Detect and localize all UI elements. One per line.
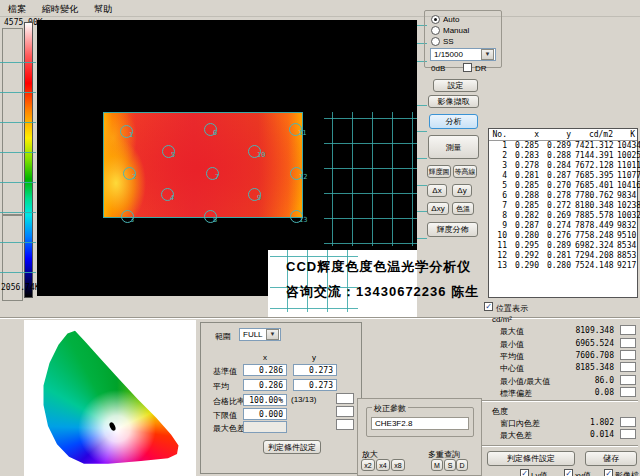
table-cell: 9 (489, 221, 509, 231)
menu-item-3[interactable]: 幫助 (86, 0, 120, 19)
multi-button-D[interactable]: D (456, 459, 468, 471)
zoom-x-button-x2[interactable]: x2 (361, 459, 375, 471)
settings-button[interactable]: 設定 (433, 79, 478, 92)
table-row[interactable]: 10.2850.2897421.31210434 (489, 141, 637, 152)
cie-horseshoe[interactable] (36, 328, 186, 468)
table-cell: 9217 (615, 261, 637, 271)
ref-x-field[interactable]: 0.286 (243, 364, 287, 376)
max-colordiff-field[interactable] (243, 421, 287, 433)
table-row[interactable]: 90.2870.2747878.4499832 (489, 221, 637, 231)
ref-label: 基準值 (213, 366, 237, 377)
watermark-line2: 咨询交流：13430672236 陈生 (286, 283, 479, 301)
col-y-header: y (312, 353, 316, 362)
unit-label: cd/m² (492, 315, 512, 324)
table-row[interactable]: 60.2880.2787780.7629834 (489, 191, 637, 201)
zoom-x-button-x8[interactable]: x8 (391, 459, 405, 471)
delta-x-button[interactable]: Δx (427, 184, 447, 197)
status-box-1 (336, 393, 354, 404)
range-select[interactable]: FULL ▼ (239, 328, 281, 341)
table-cell: 0.269 (541, 211, 573, 221)
dropdown-arrow-icon[interactable]: ▼ (266, 329, 279, 340)
luminance-dist-button[interactable]: 輝度分佈 (427, 222, 478, 237)
contour-button[interactable]: 等高線 (453, 165, 477, 178)
luminance-heatmap[interactable]: 12345678910111213 (103, 112, 303, 218)
table-cell: 11 (489, 241, 509, 251)
table-row[interactable]: 130.2900.2807524.1489217 (489, 261, 637, 271)
table-row[interactable]: 100.2800.2767758.2489510 (489, 231, 637, 241)
radio-manual[interactable] (431, 26, 440, 35)
radio-ss-label: SS (443, 37, 454, 46)
table-cell: 7672.128 (573, 161, 615, 171)
table-row[interactable]: 50.2850.2707685.40110416 (489, 181, 637, 191)
table-cell: 0.288 (541, 151, 573, 161)
save-button[interactable]: 儲存 (585, 451, 637, 466)
multi-button-S[interactable]: S (444, 459, 456, 471)
dropdown-arrow-icon[interactable]: ▼ (481, 49, 494, 60)
calibration-panel: 校正參數 CHE3F2.8 放大 x2x4x8 多重查詢 MSD (357, 398, 482, 476)
table-header-cell: y (541, 129, 573, 141)
radio-auto[interactable] (431, 15, 440, 24)
stat-value: 0.08 (540, 388, 614, 397)
table-cell: 7878.449 (573, 221, 615, 231)
avg-y-field[interactable]: 0.273 (293, 379, 337, 391)
table-cell: 6982.324 (573, 241, 615, 251)
table-cell: 0.289 (541, 141, 573, 152)
table-cell: 11011 (615, 161, 637, 171)
scale-box-upper (2, 28, 23, 215)
judge-condition-button-2[interactable]: 判定條件設定 (487, 451, 575, 466)
measure-point-3: 3 (121, 210, 134, 223)
table-cell: 7685.401 (573, 181, 615, 191)
menu-item-2[interactable]: 縮時變化 (34, 0, 86, 19)
save-option-checkbox-2[interactable]: ✓ (564, 469, 573, 476)
zoom-x-button-x4[interactable]: x4 (376, 459, 390, 471)
stat-label: 平均值 (500, 351, 524, 362)
grid-line (417, 158, 427, 159)
stat-value: 6965.524 (540, 339, 614, 348)
multi-button-M[interactable]: M (431, 459, 443, 471)
measure-point-9: 9 (248, 188, 261, 201)
dr-checkbox[interactable] (463, 63, 472, 72)
table-row[interactable]: 30.2780.2847672.12811011 (489, 161, 637, 171)
grid-line (417, 131, 427, 132)
capture-button[interactable]: 影像擷取 (428, 95, 479, 108)
pass-count-label: (13/13) (291, 395, 316, 404)
table-cell: 7758.248 (573, 231, 615, 241)
table-cell: 0.292 (509, 251, 541, 261)
position-display-checkbox[interactable]: ✓ (484, 302, 493, 311)
measure-point-13: 13 (290, 210, 303, 223)
save-option-checkbox-1[interactable]: ✓ (520, 469, 529, 476)
table-row[interactable]: 70.2850.2728180.34810238 (489, 201, 637, 211)
table-cell: 9510 (615, 231, 637, 241)
table-cell: 7 (489, 201, 509, 211)
radio-ss[interactable] (431, 37, 440, 46)
table-row[interactable]: 110.2950.2896982.3248534 (489, 241, 637, 251)
calibration-value-field[interactable]: CHE3F2.8 (371, 417, 469, 430)
save-option-label: xy值 (575, 470, 591, 476)
save-option-checkbox-3[interactable]: ✓ (604, 469, 613, 476)
pass-rate-label: 合格比率 (213, 396, 245, 407)
col-x-header: x (263, 353, 267, 362)
analyze-button[interactable]: 分析 (429, 114, 478, 129)
delta-xy-button[interactable]: Δxy (427, 202, 449, 215)
shutter-select[interactable]: 1/15000 ▼ (430, 48, 496, 61)
table-row[interactable]: 40.2810.2877685.39511077 (489, 171, 637, 181)
save-option-label: Lv值 (531, 470, 547, 476)
table-row[interactable]: 20.2830.2887144.39110025 (489, 151, 637, 161)
delta-y-button[interactable]: Δy (452, 184, 472, 197)
lower-limit-label: 下限值 (213, 410, 237, 421)
table-row[interactable]: 120.2920.2817294.2088853 (489, 251, 637, 261)
table-row[interactable]: 80.2820.2697885.57810032 (489, 211, 637, 221)
measure-button[interactable]: 測量 (428, 135, 479, 159)
ref-y-field[interactable]: 0.273 (293, 364, 337, 376)
measure-table[interactable]: No.xycd/m2K 10.2850.2897421.3121043420.2… (489, 129, 637, 271)
table-cell: 8180.348 (573, 201, 615, 211)
judge-condition-button[interactable]: 判定條件設定 (263, 440, 321, 454)
table-cell: 0.280 (541, 261, 573, 271)
menu-item-1[interactable]: 檔案 (0, 0, 34, 19)
lower-limit-field[interactable]: 0.000 (243, 408, 287, 420)
color-temp-button[interactable]: 色溫 (452, 202, 474, 215)
avg-x-field[interactable]: 0.286 (243, 379, 287, 391)
luminance-map-button[interactable]: 輝度圖 (427, 165, 451, 178)
stat-value: 86.0 (540, 376, 614, 385)
table-cell: 11077 (615, 171, 637, 181)
